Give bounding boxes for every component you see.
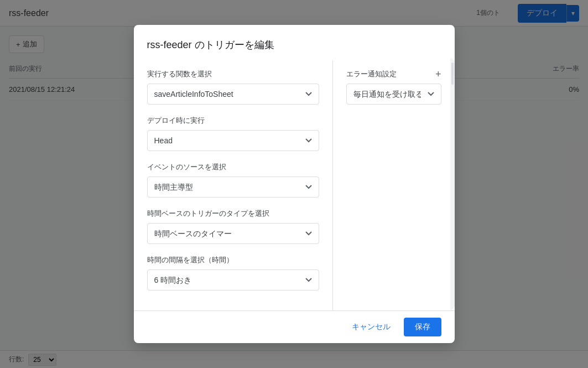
function-field-section: 実行する関数を選択 saveArticleInfoToSheet [147, 69, 319, 105]
scrollbar [450, 60, 455, 310]
deploy-label: デプロイ時に実行 [147, 116, 319, 126]
trigger-type-select[interactable]: 時間ベースのタイマー [147, 223, 319, 244]
save-button[interactable]: 保存 [404, 318, 441, 336]
scrollbar-thumb [451, 63, 454, 85]
event-source-select[interactable]: 時間主導型 [147, 177, 319, 198]
dialog-left-panel: 実行する関数を選択 saveArticleInfoToSheet デプロイ時に実… [134, 60, 333, 310]
trigger-type-label: 時間ベースのトリガーのタイプを選択 [147, 209, 319, 219]
error-add-icon[interactable]: + [435, 69, 441, 79]
modal-overlay: rss-feeder のトリガーを編集 実行する関数を選択 saveArticl… [0, 0, 588, 368]
function-label: 実行する関数を選択 [147, 69, 319, 79]
error-section-label: エラー通知設定 [346, 69, 397, 79]
cancel-button[interactable]: キャンセル [343, 318, 399, 336]
error-section-header: エラー通知設定 + [346, 69, 441, 79]
function-select[interactable]: saveArticleInfoToSheet [147, 84, 319, 105]
deploy-select[interactable]: Head [147, 130, 319, 151]
dialog-right-panel: エラー通知設定 + 毎日通知を受け取る [333, 60, 455, 310]
event-source-label: イベントのソースを選択 [147, 162, 319, 172]
interval-select[interactable]: 6 時間おき 1 時間おき 2 時間おき 4 時間おき 12 時間おき [147, 269, 319, 291]
trigger-type-field-section: 時間ベースのトリガーのタイプを選択 時間ベースのタイマー [147, 209, 319, 244]
dialog-footer: キャンセル 保存 [134, 310, 455, 343]
event-source-field-section: イベントのソースを選択 時間主導型 [147, 162, 319, 198]
interval-label: 時間の間隔を選択（時間） [147, 255, 319, 265]
interval-field-section: 時間の間隔を選択（時間） 6 時間おき 1 時間おき 2 時間おき 4 時間おき… [147, 255, 319, 291]
error-notify-select[interactable]: 毎日通知を受け取る [346, 84, 441, 105]
edit-trigger-dialog: rss-feeder のトリガーを編集 実行する関数を選択 saveArticl… [134, 25, 455, 343]
dialog-body: 実行する関数を選択 saveArticleInfoToSheet デプロイ時に実… [134, 60, 455, 310]
deploy-field-section: デプロイ時に実行 Head [147, 116, 319, 151]
dialog-title: rss-feeder のトリガーを編集 [134, 25, 455, 60]
